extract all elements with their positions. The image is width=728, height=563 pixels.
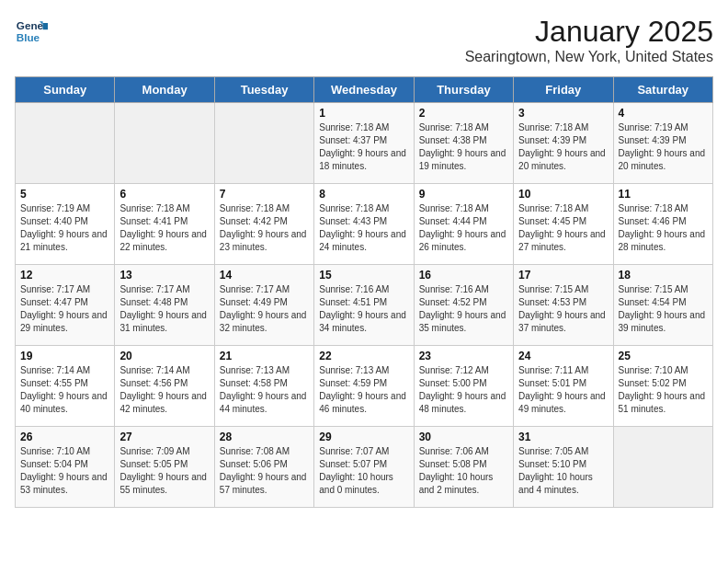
day-number: 19 xyxy=(20,350,109,362)
calendar-cell xyxy=(16,103,115,184)
day-number: 29 xyxy=(319,431,408,443)
day-info: Sunrise: 7:11 AMSunset: 5:01 PMDaylight:… xyxy=(518,364,608,416)
calendar-cell: 3Sunrise: 7:18 AMSunset: 4:39 PMDaylight… xyxy=(514,103,613,184)
day-number: 13 xyxy=(119,269,209,282)
day-info: Sunrise: 7:13 AMSunset: 4:59 PMDaylight:… xyxy=(319,364,408,416)
calendar-title: January 2025 xyxy=(465,15,713,49)
day-number: 5 xyxy=(20,188,109,201)
header-cell-wednesday: Wednesday xyxy=(314,77,414,103)
calendar-cell: 7Sunrise: 7:18 AMSunset: 4:42 PMDaylight… xyxy=(214,184,313,265)
day-info: Sunrise: 7:18 AMSunset: 4:44 PMDaylight:… xyxy=(419,202,508,254)
day-info: Sunrise: 7:18 AMSunset: 4:43 PMDaylight:… xyxy=(319,202,408,254)
day-info: Sunrise: 7:15 AMSunset: 4:53 PMDaylight:… xyxy=(518,283,608,335)
calendar-cell: 1Sunrise: 7:18 AMSunset: 4:37 PMDaylight… xyxy=(314,103,414,184)
calendar-cell: 18Sunrise: 7:15 AMSunset: 4:54 PMDayligh… xyxy=(613,265,712,346)
calendar-cell: 9Sunrise: 7:18 AMSunset: 4:44 PMDaylight… xyxy=(414,184,513,265)
header-cell-sunday: Sunday xyxy=(16,77,115,103)
day-info: Sunrise: 7:19 AMSunset: 4:39 PMDaylight:… xyxy=(619,121,708,173)
day-number: 11 xyxy=(619,188,708,201)
calendar-cell: 13Sunrise: 7:17 AMSunset: 4:48 PMDayligh… xyxy=(115,265,214,346)
day-number: 26 xyxy=(20,431,109,443)
calendar-cell: 25Sunrise: 7:10 AMSunset: 5:02 PMDayligh… xyxy=(613,346,712,427)
calendar-cell xyxy=(613,427,712,508)
day-info: Sunrise: 7:10 AMSunset: 5:02 PMDaylight:… xyxy=(619,364,708,416)
calendar-cell xyxy=(214,103,313,184)
calendar-cell: 29Sunrise: 7:07 AMSunset: 5:07 PMDayligh… xyxy=(314,427,414,508)
day-number: 24 xyxy=(518,350,608,362)
day-number: 4 xyxy=(619,107,708,120)
day-number: 18 xyxy=(619,269,708,282)
day-info: Sunrise: 7:13 AMSunset: 4:58 PMDaylight:… xyxy=(220,364,309,416)
day-info: Sunrise: 7:17 AMSunset: 4:47 PMDaylight:… xyxy=(20,283,109,335)
day-info: Sunrise: 7:18 AMSunset: 4:39 PMDaylight:… xyxy=(518,121,608,173)
day-info: Sunrise: 7:15 AMSunset: 4:54 PMDaylight:… xyxy=(619,283,708,335)
calendar-cell: 24Sunrise: 7:11 AMSunset: 5:01 PMDayligh… xyxy=(514,346,613,427)
calendar-cell: 28Sunrise: 7:08 AMSunset: 5:06 PMDayligh… xyxy=(214,427,313,508)
day-info: Sunrise: 7:07 AMSunset: 5:07 PMDaylight:… xyxy=(319,445,408,497)
calendar-subtitle: Searingtown, New York, United States xyxy=(465,49,713,65)
day-number: 27 xyxy=(119,431,209,443)
calendar-week-5: 26Sunrise: 7:10 AMSunset: 5:04 PMDayligh… xyxy=(16,427,713,508)
day-number: 22 xyxy=(319,350,408,362)
logo: General Blue xyxy=(15,15,48,48)
calendar-cell: 17Sunrise: 7:15 AMSunset: 4:53 PMDayligh… xyxy=(514,265,613,346)
day-info: Sunrise: 7:16 AMSunset: 4:52 PMDaylight:… xyxy=(419,283,508,335)
day-info: Sunrise: 7:06 AMSunset: 5:08 PMDaylight:… xyxy=(419,445,508,497)
day-number: 1 xyxy=(319,107,408,120)
header-cell-saturday: Saturday xyxy=(613,77,712,103)
calendar-cell: 19Sunrise: 7:14 AMSunset: 4:55 PMDayligh… xyxy=(16,346,115,427)
day-number: 7 xyxy=(220,188,309,201)
calendar-cell: 21Sunrise: 7:13 AMSunset: 4:58 PMDayligh… xyxy=(214,346,313,427)
day-info: Sunrise: 7:10 AMSunset: 5:04 PMDaylight:… xyxy=(20,445,109,497)
calendar-cell: 14Sunrise: 7:17 AMSunset: 4:49 PMDayligh… xyxy=(214,265,313,346)
calendar-body: 1Sunrise: 7:18 AMSunset: 4:37 PMDaylight… xyxy=(16,103,713,508)
day-info: Sunrise: 7:18 AMSunset: 4:46 PMDaylight:… xyxy=(619,202,708,254)
day-number: 30 xyxy=(419,431,508,443)
page-header: General Blue January 2025 Searingtown, N… xyxy=(15,15,713,65)
day-info: Sunrise: 7:17 AMSunset: 4:48 PMDaylight:… xyxy=(119,283,209,335)
day-info: Sunrise: 7:14 AMSunset: 4:55 PMDaylight:… xyxy=(20,364,109,416)
calendar-cell: 26Sunrise: 7:10 AMSunset: 5:04 PMDayligh… xyxy=(16,427,115,508)
day-number: 14 xyxy=(220,269,309,282)
calendar-cell: 11Sunrise: 7:18 AMSunset: 4:46 PMDayligh… xyxy=(613,184,712,265)
day-number: 15 xyxy=(319,269,408,282)
day-info: Sunrise: 7:18 AMSunset: 4:42 PMDaylight:… xyxy=(220,202,309,254)
calendar-cell: 8Sunrise: 7:18 AMSunset: 4:43 PMDaylight… xyxy=(314,184,414,265)
day-info: Sunrise: 7:08 AMSunset: 5:06 PMDaylight:… xyxy=(220,445,309,497)
day-number: 16 xyxy=(419,269,508,282)
day-info: Sunrise: 7:09 AMSunset: 5:05 PMDaylight:… xyxy=(119,445,209,497)
calendar-cell: 16Sunrise: 7:16 AMSunset: 4:52 PMDayligh… xyxy=(414,265,513,346)
calendar-cell: 5Sunrise: 7:19 AMSunset: 4:40 PMDaylight… xyxy=(16,184,115,265)
calendar-cell: 22Sunrise: 7:13 AMSunset: 4:59 PMDayligh… xyxy=(314,346,414,427)
day-info: Sunrise: 7:18 AMSunset: 4:37 PMDaylight:… xyxy=(319,121,408,173)
day-number: 10 xyxy=(518,188,608,201)
calendar-cell: 12Sunrise: 7:17 AMSunset: 4:47 PMDayligh… xyxy=(16,265,115,346)
svg-text:Blue: Blue xyxy=(17,31,40,43)
day-number: 17 xyxy=(518,269,608,282)
logo-icon: General Blue xyxy=(15,15,48,48)
calendar-cell: 30Sunrise: 7:06 AMSunset: 5:08 PMDayligh… xyxy=(414,427,513,508)
day-info: Sunrise: 7:19 AMSunset: 4:40 PMDaylight:… xyxy=(20,202,109,254)
calendar-cell: 31Sunrise: 7:05 AMSunset: 5:10 PMDayligh… xyxy=(514,427,613,508)
calendar-week-1: 1Sunrise: 7:18 AMSunset: 4:37 PMDaylight… xyxy=(16,103,713,184)
day-number: 23 xyxy=(419,350,508,362)
day-number: 3 xyxy=(518,107,608,120)
day-info: Sunrise: 7:05 AMSunset: 5:10 PMDaylight:… xyxy=(518,445,608,497)
day-number: 2 xyxy=(419,107,508,120)
day-info: Sunrise: 7:18 AMSunset: 4:45 PMDaylight:… xyxy=(518,202,608,254)
calendar-week-2: 5Sunrise: 7:19 AMSunset: 4:40 PMDaylight… xyxy=(16,184,713,265)
calendar-table: SundayMondayTuesdayWednesdayThursdayFrid… xyxy=(15,76,713,508)
day-number: 6 xyxy=(119,188,209,201)
header-cell-monday: Monday xyxy=(115,77,214,103)
day-info: Sunrise: 7:18 AMSunset: 4:41 PMDaylight:… xyxy=(119,202,209,254)
calendar-cell: 20Sunrise: 7:14 AMSunset: 4:56 PMDayligh… xyxy=(115,346,214,427)
calendar-cell: 27Sunrise: 7:09 AMSunset: 5:05 PMDayligh… xyxy=(115,427,214,508)
day-info: Sunrise: 7:14 AMSunset: 4:56 PMDaylight:… xyxy=(119,364,209,416)
day-info: Sunrise: 7:12 AMSunset: 5:00 PMDaylight:… xyxy=(419,364,508,416)
calendar-week-3: 12Sunrise: 7:17 AMSunset: 4:47 PMDayligh… xyxy=(16,265,713,346)
day-number: 25 xyxy=(619,350,708,362)
day-number: 21 xyxy=(220,350,309,362)
calendar-cell: 23Sunrise: 7:12 AMSunset: 5:00 PMDayligh… xyxy=(414,346,513,427)
calendar-cell: 15Sunrise: 7:16 AMSunset: 4:51 PMDayligh… xyxy=(314,265,414,346)
day-number: 20 xyxy=(119,350,209,362)
